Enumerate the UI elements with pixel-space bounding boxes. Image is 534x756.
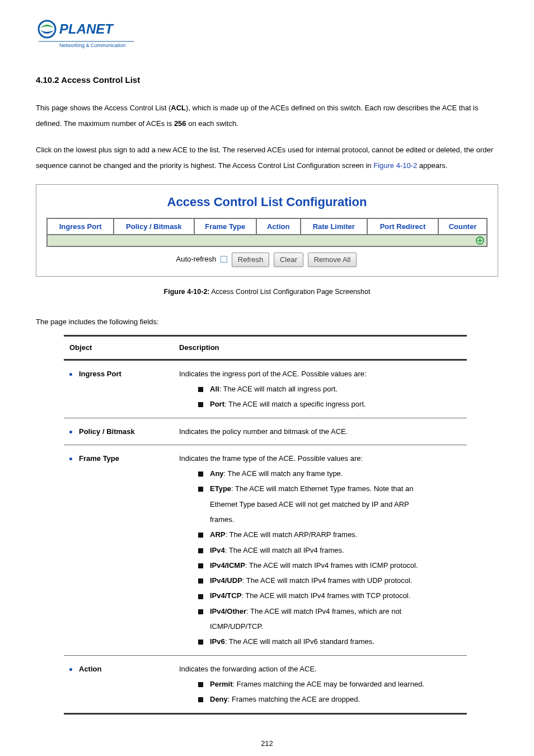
val-arp: ARP: [210, 530, 225, 539]
text: : The ACE will match Ethernet Type frame…: [231, 484, 413, 493]
text: This page shows the Access Control List …: [36, 104, 171, 112]
acl-abbrev: ACL: [171, 104, 186, 112]
svg-text:Networking & Communication: Networking & Communication: [59, 43, 126, 48]
panel-controls: Auto-refresh Refresh Clear Remove All: [46, 253, 488, 267]
val-ipv4-tcp: IPv4/TCP: [210, 591, 241, 600]
row-frame-type: Frame Type Indicates the frame type of t…: [64, 445, 467, 655]
acl-header-row: Ingress Port Policy / Bitmask Frame Type…: [46, 218, 488, 236]
desc-ingress: Indicates the ingress port of the ACE. P…: [179, 370, 367, 378]
bullet-icon: [69, 373, 72, 376]
figure-link[interactable]: Figure 4-10-2: [373, 161, 417, 170]
square-icon: [198, 697, 203, 702]
col-rate-limiter: Rate Limiter: [301, 219, 368, 235]
add-ace-row: [46, 235, 488, 247]
bullet-icon: [69, 458, 72, 460]
caption-figure-no: Figure 4-10-2:: [164, 288, 210, 296]
obj-action: Action: [79, 665, 101, 673]
val-deny: Deny: [210, 695, 228, 703]
text: : The ACE will match all ingress port.: [219, 385, 338, 393]
val-ipv4-icmp: IPv4/ICMP: [210, 561, 245, 570]
square-icon: [198, 402, 203, 407]
text: frames.: [179, 512, 461, 527]
bullet-icon: [69, 431, 72, 433]
max-aces: 256: [174, 119, 186, 128]
clear-button[interactable]: Clear: [274, 253, 303, 267]
svg-point-0: [39, 21, 55, 38]
val-port: Port: [210, 400, 224, 408]
col-frame-type: Frame Type: [195, 219, 257, 235]
val-all: All: [210, 385, 219, 393]
obj-policy: Policy / Bitmask: [79, 427, 135, 436]
square-icon: [198, 548, 203, 553]
obj-frame-type: Frame Type: [79, 454, 119, 463]
fields-intro: The page includes the following fields:: [36, 316, 498, 328]
square-icon: [198, 387, 203, 392]
th-description: Description: [174, 336, 467, 360]
square-icon: [198, 472, 203, 477]
page-number: 212: [36, 738, 498, 749]
caption-text: Access Control List Configuration Page S…: [210, 288, 371, 296]
text: : The ACE will match ARP/RARP frames.: [225, 530, 357, 539]
auto-refresh-label: Auto-refresh: [176, 255, 217, 264]
col-port-redirect: Port Redirect: [368, 219, 439, 235]
row-policy-bitmask: Policy / Bitmask Indicates the policy nu…: [64, 418, 467, 445]
text: : The ACE will match IPv4 frames, which …: [246, 607, 401, 615]
desc-frame: Indicates the frame type of the ACE. Pos…: [179, 454, 363, 463]
val-permit: Permit: [210, 680, 232, 688]
col-policy-bitmask: Policy / Bitmask: [114, 219, 195, 235]
add-ace-icon[interactable]: [476, 236, 484, 245]
square-icon: [198, 640, 203, 645]
val-etype: EType: [210, 484, 231, 493]
svg-text:PLANET: PLANET: [59, 21, 114, 36]
text: ICMP/UDP/TCP.: [179, 619, 461, 634]
fields-table: Object Description Ingress Port Indicate…: [64, 335, 467, 714]
col-counter: Counter: [439, 219, 486, 235]
th-object: Object: [64, 336, 174, 360]
square-icon: [198, 594, 203, 599]
col-action: Action: [257, 219, 301, 235]
acl-config-screenshot: Access Control List Configuration Ingres…: [36, 184, 498, 277]
paragraph-intro-2: Click on the lowest plus sign to add a n…: [36, 142, 498, 174]
auto-refresh-checkbox[interactable]: [221, 256, 227, 263]
col-ingress-port: Ingress Port: [48, 219, 114, 235]
obj-ingress-port: Ingress Port: [79, 370, 121, 378]
val-ipv4-other: IPv4/Other: [210, 607, 246, 615]
bullet-icon: [69, 668, 72, 671]
val-ipv6: IPv6: [210, 637, 225, 646]
text: : The ACE will match all IPv4 frames.: [225, 546, 344, 554]
text: on each switch.: [186, 119, 238, 128]
square-icon: [198, 609, 203, 614]
remove-all-button[interactable]: Remove All: [308, 253, 357, 267]
text: : The ACE will match IPv4 frames with TC…: [241, 591, 410, 600]
text: : Frames matching the ACE are dropped.: [228, 695, 360, 703]
square-icon: [198, 682, 203, 687]
val-ipv4-udp: IPv4/UDP: [210, 576, 242, 585]
row-ingress-port: Ingress Port Indicates the ingress port …: [64, 360, 467, 418]
refresh-button[interactable]: Refresh: [232, 253, 270, 267]
row-action: Action Indicates the forwarding action o…: [64, 655, 467, 713]
text: : The ACE will match all IPv6 standard f…: [225, 637, 374, 646]
text: Ethernet Type based ACE will not get mat…: [179, 497, 461, 512]
desc-action: Indicates the forwarding action of the A…: [179, 665, 317, 673]
val-any: Any: [210, 469, 224, 478]
text: appears.: [417, 161, 447, 170]
square-icon: [198, 578, 203, 584]
brand-logo: PLANET Networking & Communication: [36, 19, 498, 49]
section-heading: 4.10.2 Access Control List: [36, 74, 498, 87]
square-icon: [198, 487, 203, 492]
panel-title: Access Control List Configuration: [46, 193, 488, 211]
paragraph-intro-1: This page shows the Access Control List …: [36, 100, 498, 132]
text: : The ACE will match IPv4 frames with UD…: [242, 576, 413, 585]
square-icon: [198, 533, 203, 538]
text: : The ACE will match IPv4 frames with IC…: [245, 561, 418, 570]
desc-policy: Indicates the policy number and bitmask …: [179, 427, 348, 436]
text: : Frames matching the ACE may be forward…: [232, 680, 424, 688]
figure-caption: Figure 4-10-2: Access Control List Confi…: [36, 287, 498, 297]
square-icon: [198, 563, 203, 568]
text: : The ACE will match a specific ingress …: [224, 400, 366, 408]
val-ipv4: IPv4: [210, 546, 225, 554]
text: : The ACE will match any frame type.: [224, 469, 343, 478]
